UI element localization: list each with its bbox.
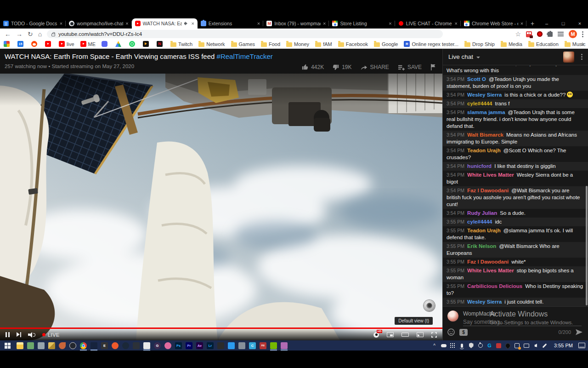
microphone-tray-icon[interactable] <box>459 343 465 349</box>
bookmark-youtube-me[interactable]: ME <box>80 41 96 47</box>
message-username[interactable]: Wesley Sierra <box>467 92 502 98</box>
recording-extension-icon[interactable] <box>537 31 543 37</box>
message-username[interactable]: cyle#4444 <box>467 101 492 106</box>
message-username[interactable]: Carbilicious Delicious <box>467 283 522 289</box>
miniplayer-icon[interactable] <box>387 332 394 337</box>
bookmark-netflix[interactable] <box>157 41 164 47</box>
tab-store-listing[interactable]: Store Listing × <box>329 18 395 29</box>
folder-twitch[interactable]: Twitch <box>170 41 192 47</box>
chat-menu-icon[interactable] <box>581 54 582 60</box>
folder-education[interactable]: Education <box>528 41 559 47</box>
fullscreen-icon[interactable] <box>431 332 437 338</box>
send-icon[interactable] <box>576 329 582 335</box>
bookmark-dark-site[interactable] <box>143 41 151 47</box>
folder-drop-ship[interactable]: Drop Ship <box>464 41 495 47</box>
back-icon[interactable]: ← <box>5 31 11 37</box>
extensions-puzzle-icon[interactable] <box>548 32 553 37</box>
obs-icon[interactable] <box>68 340 78 351</box>
folder-money[interactable]: Money <box>286 41 309 47</box>
action-center-icon[interactable] <box>578 343 585 348</box>
folder-google[interactable]: Google <box>374 41 398 47</box>
chat-user-avatar[interactable] <box>563 52 574 63</box>
tab-chrome-web-store[interactable]: Chrome Web Store - emote × <box>461 18 526 29</box>
bookmark-whatsapp[interactable] <box>129 41 137 47</box>
grid-tray-icon[interactable] <box>450 343 456 349</box>
calculator-icon[interactable] <box>237 340 247 351</box>
nvidia-icon[interactable] <box>268 340 279 351</box>
folder-network[interactable]: Network <box>198 41 225 47</box>
volume-icon[interactable] <box>28 332 35 338</box>
url-text[interactable]: youtube.com/watch?v=DDU-rZs-lc4 <box>58 31 142 37</box>
message-username[interactable]: Erik Nelson <box>467 243 496 249</box>
lightroom-icon[interactable]: Lr <box>205 340 215 351</box>
settings-gear-icon[interactable]: HD <box>373 332 379 338</box>
tab-youtube-nasa[interactable]: WATCH NASA: Earth Fr × <box>132 18 198 29</box>
message-username[interactable]: Faz l Dawoodani <box>467 259 509 264</box>
emoji-picker-icon[interactable] <box>447 328 455 336</box>
onedrive-icon[interactable] <box>441 343 447 349</box>
bookmark-tof[interactable] <box>4 41 11 47</box>
after-effects-icon[interactable]: Ae <box>194 340 205 351</box>
dislike-button[interactable]: 19K <box>333 64 351 70</box>
tab-close-icon[interactable]: × <box>520 21 523 26</box>
bookmarks-overflow-icon[interactable]: » <box>581 40 584 47</box>
adblock-extension-icon[interactable] <box>526 31 532 37</box>
heart-app-icon[interactable] <box>163 340 173 351</box>
theater-mode-icon[interactable] <box>401 333 409 337</box>
tab-gmail-inbox[interactable]: Inbox (79) - wompmacho@ × <box>263 18 329 29</box>
home-icon[interactable]: ⌂ <box>38 31 42 37</box>
save-button[interactable]: SAVE <box>398 64 422 70</box>
bookmark-calendar[interactable] <box>17 41 25 47</box>
profile-avatar[interactable]: M <box>569 30 577 38</box>
bookmark-reddit[interactable] <box>31 41 39 47</box>
maximize-button[interactable]: □ <box>555 18 571 29</box>
message-username[interactable]: Faz l Dawoodani <box>467 188 509 193</box>
tab-github-live-chat[interactable]: wompmacho/live-chat: A C × <box>66 18 131 29</box>
channel-watermark[interactable] <box>424 300 435 311</box>
tab-live-chat-recording[interactable]: LIVE CHAT - Chrome W × <box>395 18 461 29</box>
rank-chevrons-icon[interactable] <box>46 340 57 351</box>
next-button[interactable] <box>17 332 21 337</box>
frame-app-icon[interactable] <box>141 340 152 351</box>
message-username[interactable]: Walt Bismarck <box>467 132 503 138</box>
superchat-button[interactable]: $ <box>459 329 468 336</box>
file-explorer-icon[interactable] <box>15 340 25 351</box>
resolve-icon[interactable] <box>215 340 226 351</box>
bookmark-youtube-live[interactable]: live <box>59 41 74 47</box>
close-button[interactable]: × <box>571 18 588 29</box>
message-username[interactable]: Rudy Julian <box>467 210 497 216</box>
tab-google-docs[interactable]: TODO - Google Docs × <box>0 18 66 29</box>
premiere-icon[interactable]: Pr <box>184 340 194 351</box>
tidal-icon[interactable] <box>89 340 99 351</box>
tab-close-icon[interactable]: × <box>191 21 194 26</box>
tab-extensions[interactable]: Extensions × <box>198 18 263 29</box>
phoenix-app-icon[interactable] <box>57 340 68 351</box>
folder-fam[interactable]: fAM <box>315 41 332 47</box>
folder-food[interactable]: Food <box>261 41 280 47</box>
steam-icon[interactable] <box>120 340 131 351</box>
epic-games-icon[interactable]: E <box>99 340 110 351</box>
bookmark-regex-tester[interactable]: Online regex tester... <box>404 41 458 47</box>
flame-app-icon[interactable] <box>110 340 120 351</box>
remote-pc-icon[interactable] <box>25 340 36 351</box>
chevron-down-icon[interactable] <box>476 57 480 58</box>
reload-icon[interactable]: ↻ <box>28 31 33 37</box>
pixels-app-icon[interactable]: PIX <box>258 340 268 351</box>
tool-tray-icon[interactable] <box>542 343 548 349</box>
bookmark-discord[interactable] <box>102 41 109 47</box>
message-username[interactable]: White Lives Matter <box>467 268 514 273</box>
avatar[interactable] <box>447 310 458 322</box>
vscode-icon[interactable] <box>226 340 237 351</box>
tray-expand-icon[interactable]: ^ <box>431 343 437 349</box>
satellite-tray-icon[interactable] <box>505 343 511 349</box>
tab-close-icon[interactable]: × <box>257 21 260 26</box>
tab-close-icon[interactable]: × <box>60 21 62 26</box>
live-indicator[interactable]: LIVE <box>42 332 60 338</box>
tab-close-icon[interactable]: × <box>389 21 391 26</box>
emote-app-icon[interactable] <box>279 340 289 351</box>
bookmark-drive[interactable] <box>115 41 123 47</box>
message-username[interactable]: Teadon Urajh <box>467 228 501 233</box>
network-tray-icon[interactable] <box>523 343 529 349</box>
hashtag-link[interactable]: #RealTimeTracker <box>217 52 273 60</box>
pause-button[interactable] <box>6 332 10 337</box>
